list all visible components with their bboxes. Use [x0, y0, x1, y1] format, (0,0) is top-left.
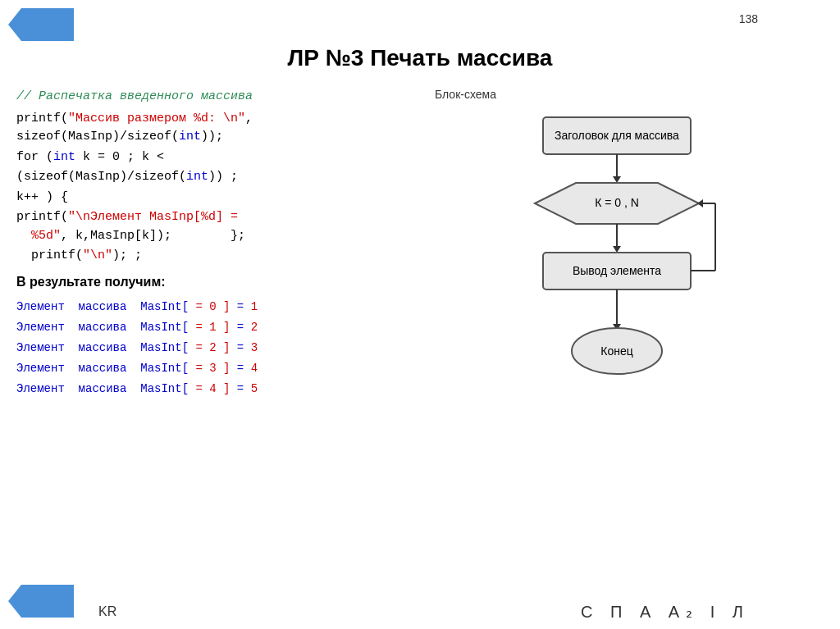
code-line-6: printf("\n"); ; — [16, 247, 402, 266]
code-comment: // Распечатка введенного массива — [16, 88, 402, 107]
svg-marker-7 — [613, 246, 621, 253]
result-line-1: Элемент массива MasInt[ = 1 ] = 2 — [16, 317, 402, 338]
code-line-1: printf("Массив размером %d: \n", sizeof(… — [16, 110, 402, 147]
result-line-4: Элемент массива MasInt[ = 4 ] = 5 — [16, 379, 402, 399]
flowchart-svg: Заголовок для массива К = 0 , N Вывод эл… — [494, 109, 740, 437]
result-lines: Элемент массива MasInt[ = 0 ] = 1 Элемен… — [16, 297, 402, 400]
code-line-4: k++ ) { — [16, 189, 402, 207]
prev-arrow[interactable] — [8, 8, 74, 44]
svg-text:К = 0 , N: К = 0 , N — [595, 196, 639, 209]
code-line-5: printf("\nЭлемент MasInp[%d] = %5d", k,M… — [16, 208, 402, 245]
code-section: // Распечатка введенного массива printf(… — [16, 88, 410, 437]
svg-text:Вывод элемента: Вывод элемента — [573, 264, 661, 277]
page-title: ЛР №3 Печать массива — [0, 0, 840, 84]
result-line-0: Элемент массива MasInt[ = 0 ] = 1 — [16, 297, 402, 317]
footer: KR С П А А₂ І Л — [0, 604, 840, 619]
result-line-2: Элемент массива MasInt[ = 2 ] = 3 — [16, 338, 402, 358]
result-title: В результате получим: — [16, 272, 402, 292]
code-line-2: for (int k = 0 ; k < — [16, 148, 402, 167]
svg-marker-3 — [613, 176, 621, 183]
svg-text:Заголовок для массива: Заголовок для массива — [555, 129, 679, 142]
flowchart-section: Блок-схема Заголовок для массива К = 0 ,… — [410, 88, 824, 437]
footer-left: KR — [98, 604, 116, 619]
footer-right: С П А А₂ І Л — [581, 602, 750, 622]
svg-text:Конец: Конец — [600, 344, 632, 358]
code-line-3: (sizeof(MasInp)/sizeof(int)) ; — [16, 168, 402, 187]
result-line-3: Элемент массива MasInt[ = 3 ] = 4 — [16, 358, 402, 379]
page-number: 138 — [739, 12, 758, 25]
svg-marker-13 — [697, 199, 703, 207]
flowchart-title: Блок-схема — [435, 88, 496, 101]
